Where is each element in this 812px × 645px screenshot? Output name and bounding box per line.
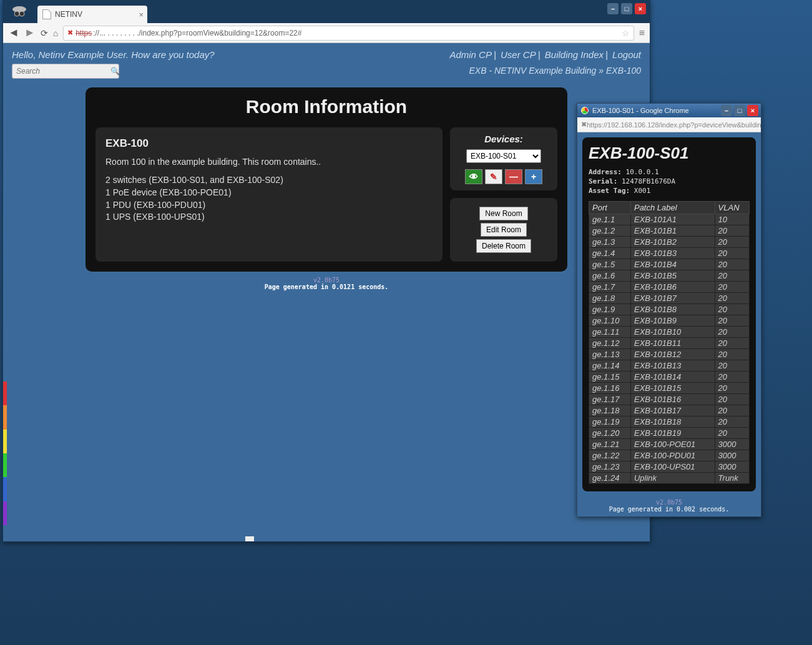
- device-select[interactable]: EXB-100-S01: [466, 149, 541, 163]
- cell-patch: EXB-101B7: [630, 292, 715, 303]
- popup-version: v2.0b75: [577, 499, 761, 506]
- table-row[interactable]: ge.1.18EXB-101B1720: [589, 405, 750, 416]
- table-row[interactable]: ge.1.8EXB-101B720: [589, 292, 750, 303]
- window-minimize-button[interactable]: –: [607, 3, 619, 14]
- home-button[interactable]: ⌂: [53, 28, 58, 38]
- cell-vlan: 20: [715, 247, 749, 258]
- add-device-icon[interactable]: +: [525, 169, 542, 184]
- cell-port: ge.1.13: [589, 348, 631, 360]
- table-row[interactable]: ge.1.10EXB-101B920: [589, 315, 750, 326]
- cell-port: ge.1.19: [589, 416, 631, 427]
- building-index-link[interactable]: Building Index: [545, 49, 604, 60]
- reload-button[interactable]: ⟳: [41, 28, 48, 38]
- popup-https-strike: https: [587, 121, 602, 129]
- table-row[interactable]: ge.1.9EXB-101B820: [589, 303, 750, 315]
- cell-patch: EXB-101A1: [630, 214, 715, 225]
- cell-port: ge.1.3: [589, 236, 631, 247]
- device-name-heading: EXB-100-S01: [589, 144, 750, 163]
- popup-titlebar[interactable]: EXB-100-S01 - Google Chrome – □ ×: [577, 104, 761, 117]
- admin-cp-link[interactable]: Admin CP: [449, 49, 492, 60]
- room-info-box: EXB-100 Room 100 in the example building…: [95, 127, 443, 262]
- cell-patch: EXB-100-UPS01: [630, 461, 715, 472]
- room-line-0: 2 switches (EXB-100-S01, and EXB-100-S02…: [105, 174, 433, 187]
- popup-body: EXB-100-S01 Address: 10.0.0.1 Serial: 12…: [582, 137, 756, 491]
- search-box[interactable]: 🔍: [12, 64, 119, 79]
- popup-url-text: ://192.168.106.128/index.php?p=deviceVie…: [602, 121, 761, 129]
- table-row[interactable]: ge.1.22EXB-100-PDU013000: [589, 450, 750, 461]
- view-device-icon[interactable]: 👁: [465, 169, 482, 184]
- table-row[interactable]: ge.1.6EXB-101B520: [589, 270, 750, 281]
- serial-value: 12478FB1676DA: [622, 177, 675, 185]
- cell-port: ge.1.15: [589, 371, 631, 382]
- popup-maximize-button[interactable]: □: [734, 105, 745, 116]
- address-bar[interactable]: ✖ https ://... . . . . . . . ./index.php…: [63, 26, 634, 41]
- new-room-button[interactable]: New Room: [479, 207, 527, 220]
- breadcrumb-sep: »: [599, 66, 604, 76]
- search-input[interactable]: [16, 67, 110, 76]
- cell-port: ge.1.7: [589, 281, 631, 292]
- table-row[interactable]: ge.1.11EXB-101B1020: [589, 326, 750, 337]
- forward-button[interactable]: ►: [24, 26, 36, 39]
- popup-address-bar[interactable]: ✖ https ://192.168.106.128/index.php?p=d…: [577, 117, 761, 132]
- cell-port: ge.1.14: [589, 360, 631, 371]
- cell-vlan: 20: [715, 405, 749, 416]
- bookmark-star-icon[interactable]: ☆: [622, 28, 630, 38]
- logout-link[interactable]: Logout: [612, 49, 641, 60]
- table-row[interactable]: ge.1.1EXB-101A110: [589, 214, 750, 225]
- cell-patch: EXB-101B5: [630, 270, 715, 281]
- table-row[interactable]: ge.1.16EXB-101B1520: [589, 382, 750, 393]
- chrome-menu-button[interactable]: ≡: [639, 27, 645, 39]
- app-content: Hello, Netinv Example User. How are you …: [3, 43, 650, 541]
- cell-port: ge.1.2: [589, 225, 631, 236]
- edit-device-icon[interactable]: ✎: [485, 169, 502, 184]
- cell-port: ge.1.17: [589, 393, 631, 405]
- table-row[interactable]: ge.1.12EXB-101B1120: [589, 337, 750, 348]
- breadcrumb-building[interactable]: EXB - NETINV Example Building: [469, 66, 597, 76]
- cell-patch: EXB-101B16: [630, 393, 715, 405]
- addr-label: Address:: [589, 168, 622, 176]
- table-row[interactable]: ge.1.15EXB-101B1420: [589, 371, 750, 382]
- table-row[interactable]: ge.1.14EXB-101B1320: [589, 360, 750, 371]
- delete-device-icon[interactable]: —: [505, 169, 522, 184]
- cell-vlan: 20: [715, 382, 749, 393]
- cell-port: ge.1.9: [589, 303, 631, 315]
- table-row[interactable]: ge.1.5EXB-101B420: [589, 258, 750, 270]
- browser-tab[interactable]: NETINV ×: [37, 6, 147, 23]
- window-maximize-button[interactable]: □: [621, 3, 632, 14]
- delete-room-button[interactable]: Delete Room: [476, 239, 531, 253]
- window-close-button[interactable]: ×: [635, 3, 646, 14]
- tab-close-icon[interactable]: ×: [139, 10, 144, 19]
- ssl-warning-icon: ✖: [67, 29, 73, 37]
- table-row[interactable]: ge.1.21EXB-100-POE013000: [589, 438, 750, 450]
- edit-room-button[interactable]: Edit Room: [481, 223, 527, 237]
- cell-vlan: 10: [715, 214, 749, 225]
- table-row[interactable]: ge.1.2EXB-101B120: [589, 225, 750, 236]
- table-row[interactable]: ge.1.20EXB-101B1920: [589, 427, 750, 438]
- table-row[interactable]: ge.1.13EXB-101B1220: [589, 348, 750, 360]
- page-heading: Room Information: [95, 96, 557, 117]
- cell-vlan: 3000: [715, 450, 749, 461]
- table-row[interactable]: ge.1.3EXB-101B220: [589, 236, 750, 247]
- cell-port: ge.1.11: [589, 326, 631, 337]
- search-icon[interactable]: 🔍: [110, 67, 120, 76]
- back-button[interactable]: ◄: [8, 26, 19, 39]
- user-cp-link[interactable]: User CP: [501, 49, 536, 60]
- cell-port: ge.1.22: [589, 450, 631, 461]
- table-row[interactable]: ge.1.19EXB-101B1820: [589, 416, 750, 427]
- top-links: Admin CP| User CP| Building Index| Logou…: [449, 49, 641, 60]
- cell-vlan: 3000: [715, 438, 749, 450]
- table-row[interactable]: ge.1.24UplinkTrunk: [589, 472, 750, 483]
- table-row[interactable]: ge.1.17EXB-101B1620: [589, 393, 750, 405]
- popup-close-button[interactable]: ×: [747, 105, 758, 116]
- popup-minimize-button[interactable]: –: [721, 105, 732, 116]
- cell-patch: EXB-101B10: [630, 326, 715, 337]
- cell-port: ge.1.21: [589, 438, 631, 450]
- table-row[interactable]: ge.1.23EXB-100-UPS013000: [589, 461, 750, 472]
- table-row[interactable]: ge.1.7EXB-101B620: [589, 281, 750, 292]
- tab-title: NETINV: [55, 10, 82, 19]
- table-row[interactable]: ge.1.4EXB-101B320: [589, 247, 750, 258]
- cell-port: ge.1.6: [589, 270, 631, 281]
- cell-patch: EXB-101B15: [630, 382, 715, 393]
- svg-point-2: [19, 11, 24, 16]
- incognito-icon: [11, 4, 29, 19]
